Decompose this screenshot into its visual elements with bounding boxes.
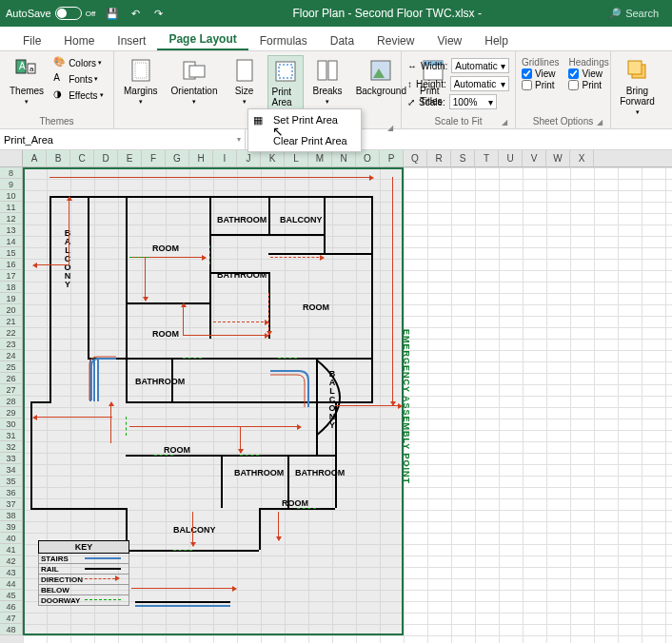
- row-header[interactable]: 32: [0, 441, 23, 453]
- row-header[interactable]: 35: [0, 476, 23, 487]
- column-header[interactable]: F: [142, 150, 166, 166]
- row-header[interactable]: 36: [0, 487, 23, 498]
- launcher-icon[interactable]: ◢: [387, 124, 393, 132]
- gridlines-print-checkbox[interactable]: Print: [522, 80, 559, 90]
- row-header[interactable]: 28: [0, 396, 23, 407]
- column-header[interactable]: P: [380, 150, 404, 166]
- tab-home[interactable]: Home: [52, 30, 106, 50]
- clear-print-area-item[interactable]: Clear Print Area: [248, 130, 361, 151]
- row-header[interactable]: 48: [0, 624, 23, 635]
- row-header[interactable]: 37: [0, 498, 23, 510]
- cells-canvas[interactable]: EMERGENCY ASSEMBLY POINT: [23, 167, 672, 643]
- row-header[interactable]: 26: [0, 373, 23, 384]
- column-header[interactable]: W: [546, 150, 570, 166]
- effects-button[interactable]: ◑Effects ▾: [53, 88, 103, 103]
- row-header[interactable]: 41: [0, 544, 23, 555]
- row-header[interactable]: 11: [0, 202, 23, 213]
- row-header[interactable]: 14: [0, 236, 23, 247]
- row-header[interactable]: 45: [0, 590, 23, 601]
- row-header[interactable]: 23: [0, 339, 23, 350]
- column-header[interactable]: O: [356, 150, 380, 166]
- launcher-icon[interactable]: ◢: [502, 118, 507, 127]
- row-header[interactable]: 43: [0, 567, 23, 578]
- row-header[interactable]: 9: [0, 179, 23, 190]
- headings-print-checkbox[interactable]: Print: [568, 80, 608, 90]
- row-header[interactable]: 33: [0, 453, 23, 464]
- row-header[interactable]: 20: [0, 304, 23, 316]
- tab-insert[interactable]: Insert: [106, 30, 157, 50]
- tab-file[interactable]: File: [11, 30, 52, 50]
- column-header[interactable]: C: [70, 150, 94, 166]
- launcher-icon[interactable]: ◢: [597, 118, 603, 127]
- tab-formulas[interactable]: Formulas: [248, 30, 319, 50]
- row-header[interactable]: 25: [0, 361, 23, 373]
- row-header[interactable]: 22: [0, 327, 23, 339]
- headings-view-checkbox[interactable]: View: [568, 68, 608, 79]
- column-header[interactable]: D: [94, 150, 118, 166]
- column-header[interactable]: T: [475, 150, 499, 166]
- column-header[interactable]: E: [118, 150, 142, 166]
- gridlines-view-checkbox[interactable]: View: [522, 68, 559, 79]
- set-print-area-item[interactable]: ▦Set Print Area: [248, 109, 361, 130]
- orientation-button[interactable]: Orientation▾: [168, 55, 222, 107]
- column-header[interactable]: H: [189, 150, 213, 166]
- column-header[interactable]: S: [451, 150, 475, 166]
- row-header[interactable]: 34: [0, 464, 23, 476]
- row-header[interactable]: 12: [0, 213, 23, 224]
- row-header[interactable]: 17: [0, 270, 23, 282]
- column-header[interactable]: G: [166, 150, 189, 166]
- row-header[interactable]: 42: [0, 555, 23, 567]
- row-header[interactable]: 27: [0, 384, 23, 396]
- row-header[interactable]: 8: [0, 167, 23, 179]
- row-header[interactable]: 31: [0, 430, 23, 441]
- row-header[interactable]: 10: [0, 190, 23, 202]
- height-combo[interactable]: Automatic▾: [450, 76, 509, 91]
- tab-help[interactable]: Help: [473, 30, 520, 50]
- tab-page-layout[interactable]: Page Layout: [157, 29, 247, 50]
- row-header[interactable]: 15: [0, 247, 23, 259]
- column-header[interactable]: Q: [404, 150, 427, 166]
- width-combo[interactable]: Automatic▾: [451, 58, 509, 73]
- bring-forward-button[interactable]: Bring Forward▾: [617, 55, 658, 118]
- breaks-button[interactable]: Breaks▾: [309, 55, 346, 107]
- column-header[interactable]: N: [332, 150, 356, 166]
- row-header[interactable]: 38: [0, 510, 23, 521]
- column-header[interactable]: I: [213, 150, 237, 166]
- tab-view[interactable]: View: [425, 30, 473, 50]
- row-header[interactable]: 13: [0, 224, 23, 236]
- redo-icon[interactable]: ↷: [150, 6, 166, 21]
- row-header[interactable]: 16: [0, 259, 23, 270]
- column-header[interactable]: M: [308, 150, 332, 166]
- fonts-button[interactable]: AFonts ▾: [53, 71, 103, 87]
- row-header[interactable]: 29: [0, 407, 23, 419]
- autosave-toggle[interactable]: AutoSave Off: [6, 7, 95, 20]
- save-icon[interactable]: 💾: [105, 6, 120, 21]
- colors-button[interactable]: 🎨Colors ▾: [53, 55, 103, 70]
- column-header[interactable]: U: [499, 150, 523, 166]
- themes-button[interactable]: Aa Themes ▾: [6, 55, 48, 107]
- column-header[interactable]: K: [261, 150, 285, 166]
- column-header[interactable]: R: [427, 150, 451, 166]
- column-header[interactable]: A: [23, 150, 47, 166]
- scale-combo[interactable]: 100%▾: [449, 94, 497, 109]
- column-header[interactable]: B: [47, 150, 70, 166]
- row-header[interactable]: 44: [0, 578, 23, 590]
- undo-icon[interactable]: ↶: [128, 6, 143, 21]
- row-header[interactable]: 18: [0, 282, 23, 293]
- row-header[interactable]: 30: [0, 419, 23, 430]
- select-all-corner[interactable]: [0, 150, 23, 166]
- column-header[interactable]: J: [237, 150, 261, 166]
- row-header[interactable]: 47: [0, 613, 23, 624]
- tab-data[interactable]: Data: [319, 30, 366, 50]
- size-button[interactable]: Size▾: [227, 55, 262, 107]
- column-header[interactable]: V: [523, 150, 546, 166]
- row-header[interactable]: 46: [0, 601, 23, 613]
- tab-review[interactable]: Review: [366, 30, 425, 50]
- row-header[interactable]: 24: [0, 350, 23, 361]
- row-header[interactable]: 39: [0, 521, 23, 533]
- column-header[interactable]: X: [570, 150, 594, 166]
- row-header[interactable]: 40: [0, 533, 23, 544]
- margins-button[interactable]: Margins▾: [120, 55, 162, 107]
- search-box[interactable]: 🔎 Search: [608, 8, 659, 20]
- row-header[interactable]: 19: [0, 293, 23, 304]
